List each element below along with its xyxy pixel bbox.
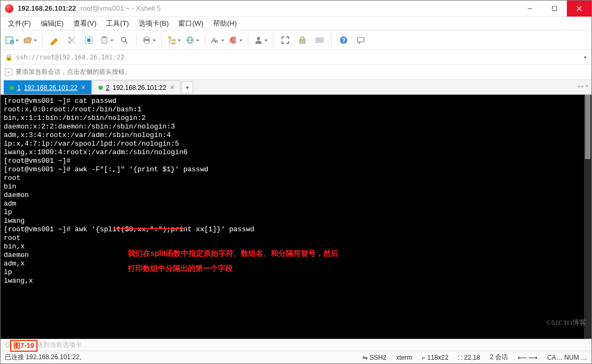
add-tab-button[interactable]: ＋	[181, 81, 193, 93]
title-host: 192.168.26.101:22	[18, 4, 76, 12]
svg-point-16	[122, 37, 126, 42]
title-rest: root@vms001:~ - Xshell 5	[80, 4, 161, 12]
addr-chevron-icon[interactable]: ▾	[583, 54, 587, 61]
tab-1[interactable]: 1 192.168.26.101:22 ✕	[4, 80, 92, 94]
svg-rect-1	[552, 6, 557, 11]
chat-icon[interactable]	[353, 33, 368, 48]
pencil-icon[interactable]	[47, 33, 62, 48]
status-size: ⌐ 118x22	[422, 354, 449, 361]
input-prompt-bar[interactable]: 仅将文本发送到当前选项卡 图7-19	[1, 339, 591, 351]
tab-bar: 1 192.168.26.101:22 ✕ 2 192.168.26.101:2…	[1, 80, 591, 95]
svg-rect-20	[145, 41, 149, 43]
status-right: CA… NUM …	[547, 354, 587, 361]
annotation-line1: 我们在split函数中指定原始字符、数组名、和分隔符冒号，然后	[128, 249, 338, 257]
status-extra: ⟵ ⟶	[518, 354, 537, 361]
menubar: 文件(F) 编辑(E) 查看(V) 工具(T) 选项卡(B) 窗口(W) 帮助(…	[1, 17, 591, 31]
menu-help[interactable]: 帮助(H)	[209, 18, 241, 29]
titlebar: 192.168.26.101:22 root@vms001:~ - Xshell…	[1, 1, 591, 17]
address-bar[interactable]: 🔒 ssh://root@192.168.26.101:22 ▾	[1, 50, 591, 65]
terminal[interactable]: [root@vms001 ~]# cat passwd root:x,0:0:r…	[1, 95, 591, 339]
svg-point-32	[257, 37, 260, 40]
maximize-button[interactable]	[542, 1, 567, 17]
status-bar: 已连接 192.168.26.101:22。 ⇋ SSH2 xterm ⌐ 11…	[1, 351, 591, 363]
menu-tools[interactable]: 工具(T)	[102, 18, 133, 29]
lock-icon[interactable]	[295, 33, 310, 48]
open-button[interactable]	[22, 33, 38, 48]
svg-point-29	[231, 39, 232, 40]
paste-button[interactable]	[98, 33, 115, 48]
hint-text: 要添加当前会话，点击左侧的箭头按钮。	[16, 67, 131, 77]
svg-rect-23	[172, 42, 176, 44]
tab-2[interactable]: 2 192.168.26.101:22 ✕	[93, 80, 180, 94]
annotation-line2: 打印数组中分隔出的第一个字段	[128, 264, 233, 272]
tab-close-icon[interactable]: ✕	[170, 84, 174, 91]
svg-point-31	[234, 38, 235, 39]
lock-small-icon: 🔒	[5, 54, 13, 61]
status-proto: ⇋ SSH2	[362, 354, 386, 361]
svg-rect-21	[168, 36, 171, 39]
status-term: xterm	[396, 354, 412, 361]
scissors-icon[interactable]	[64, 33, 79, 48]
tab-close-icon[interactable]: ✕	[81, 84, 86, 91]
search-icon[interactable]	[117, 33, 132, 48]
svg-rect-13	[87, 39, 90, 42]
menu-edit[interactable]: 编辑(E)	[36, 18, 68, 29]
palette-icon[interactable]	[227, 33, 244, 48]
status-dot-icon	[98, 86, 103, 90]
app-icon	[5, 4, 13, 13]
props-button[interactable]	[81, 33, 96, 48]
help-icon[interactable]: ?	[336, 33, 351, 48]
close-button[interactable]	[567, 1, 591, 17]
fullscreen-icon[interactable]	[278, 33, 293, 48]
status-pos: ⸬ 22,18	[458, 354, 480, 361]
tab-label: 192.168.26.101:22	[24, 84, 78, 92]
printer-icon[interactable]	[141, 33, 157, 48]
new-tab-button[interactable]	[4, 33, 20, 48]
svg-rect-22	[172, 39, 176, 41]
hint-bar: ＋ 要添加当前会话，点击左侧的箭头按钮。	[1, 65, 591, 80]
svg-point-30	[232, 41, 233, 42]
scrollbar-thumb[interactable]	[585, 95, 590, 159]
add-session-icon[interactable]: ＋	[5, 69, 12, 76]
user-icon[interactable]	[253, 33, 269, 48]
tab-nav[interactable]: ◂ ▸ ▾	[577, 83, 588, 89]
minimize-button[interactable]	[518, 1, 542, 17]
keyboard-icon[interactable]	[312, 33, 327, 48]
toolbar: Aa ?	[1, 31, 591, 50]
watermark: ©51CTO博客	[546, 318, 586, 327]
terminal-scrollbar[interactable]	[584, 95, 591, 339]
figure-label: 图7-19	[10, 340, 37, 352]
globe-icon[interactable]	[184, 33, 200, 48]
font-icon[interactable]: Aa	[209, 33, 225, 48]
status-left: 已连接 192.168.26.101:22。	[5, 353, 86, 362]
svg-text:?: ?	[342, 37, 346, 43]
svg-rect-33	[300, 40, 305, 43]
tab-label: 192.168.26.101:22	[112, 84, 166, 92]
menu-window[interactable]: 窗口(W)	[174, 18, 208, 29]
folder-tree-icon[interactable]	[166, 33, 182, 48]
menu-tabs[interactable]: 选项卡(B)	[134, 18, 173, 29]
svg-rect-15	[103, 36, 106, 38]
svg-rect-19	[145, 37, 149, 39]
red-underline	[114, 228, 185, 229]
status-dot-icon	[10, 86, 14, 90]
menu-view[interactable]: 查看(V)	[69, 18, 101, 29]
svg-line-17	[125, 41, 127, 43]
status-sess: 2 会话	[490, 353, 508, 362]
svg-rect-34	[316, 38, 323, 42]
menu-file[interactable]: 文件(F)	[4, 18, 35, 29]
svg-text:a: a	[215, 39, 218, 44]
address-text: ssh://root@192.168.26.101:22	[16, 54, 124, 61]
